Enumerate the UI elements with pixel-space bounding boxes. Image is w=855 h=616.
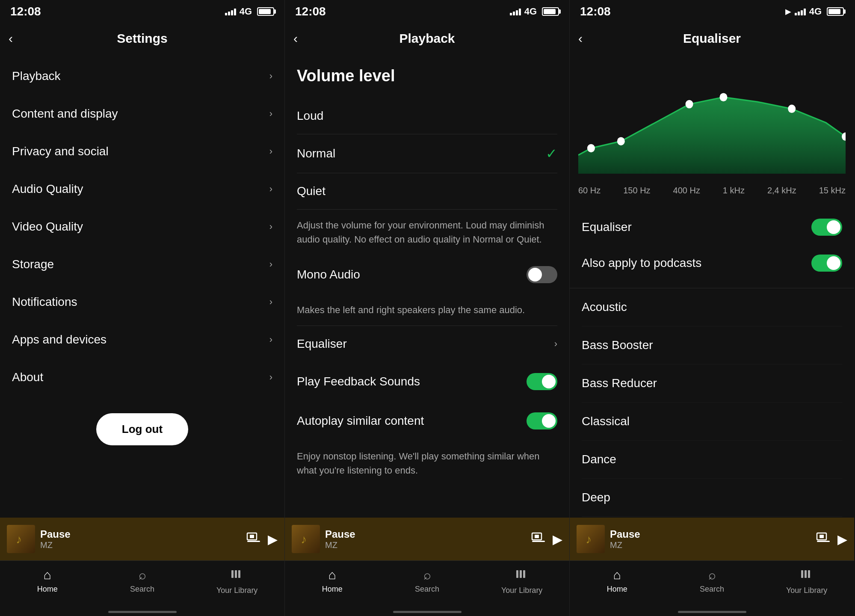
podcasts-toggle[interactable] bbox=[811, 255, 842, 272]
nav-home-2[interactable]: ⌂ Home bbox=[285, 566, 380, 594]
nav-search-1[interactable]: ⌕ Search bbox=[95, 566, 190, 594]
now-playing-3[interactable]: ♪ Pause MZ ▶ bbox=[570, 518, 854, 560]
status-bar-settings: 12:08 4G bbox=[0, 0, 284, 23]
signal-icon-3 bbox=[795, 8, 806, 15]
settings-item-about[interactable]: About › bbox=[0, 358, 284, 396]
preset-classical[interactable]: Classical bbox=[582, 403, 842, 441]
toggle-knob-feedback bbox=[542, 375, 556, 388]
play-feedback-toggle[interactable] bbox=[527, 373, 557, 390]
toggle-knob-autoplay bbox=[542, 414, 556, 428]
settings-item-video[interactable]: Video Quality › bbox=[0, 208, 284, 246]
cast-icon-1[interactable] bbox=[246, 530, 261, 548]
volume-description: Adjust the volume for your environment. … bbox=[297, 218, 557, 246]
preset-dance[interactable]: Dance bbox=[582, 441, 842, 479]
nav-search-2[interactable]: ⌕ Search bbox=[380, 566, 475, 594]
freq-label-150hz: 150 Hz bbox=[623, 186, 650, 195]
freq-label-1khz: 1 kHz bbox=[723, 186, 745, 195]
eq-point-400hz[interactable] bbox=[686, 100, 693, 109]
preset-bass-reducer[interactable]: Bass Reducer bbox=[582, 364, 842, 403]
svg-rect-17 bbox=[817, 541, 830, 542]
svg-text:♪: ♪ bbox=[301, 533, 307, 546]
svg-rect-9 bbox=[535, 535, 539, 538]
cast-device-icon-1 bbox=[246, 530, 261, 545]
playback-controls-1: ▶ bbox=[246, 530, 278, 548]
eq-point-150hz[interactable] bbox=[617, 137, 625, 145]
play-button-2[interactable]: ▶ bbox=[553, 532, 562, 547]
library-bars-icon-1 bbox=[231, 568, 243, 580]
play-button-3[interactable]: ▶ bbox=[837, 532, 847, 547]
home-indicator-1 bbox=[0, 607, 284, 616]
cast-icon-3[interactable] bbox=[816, 530, 831, 548]
play-button-1[interactable]: ▶ bbox=[268, 532, 278, 547]
bottom-nav-1: ⌂ Home ⌕ Search Your Library bbox=[0, 560, 284, 607]
mono-description: Makes the left and right speakers play t… bbox=[297, 303, 557, 317]
nav-library-2[interactable]: Your Library bbox=[474, 566, 569, 595]
back-button-settings[interactable]: ‹ bbox=[9, 31, 13, 46]
settings-item-audio[interactable]: Audio Quality › bbox=[0, 170, 284, 208]
settings-item-content[interactable]: Content and display › bbox=[0, 95, 284, 133]
preset-bass-booster[interactable]: Bass Booster bbox=[582, 326, 842, 364]
page-title-eq: Equaliser bbox=[683, 31, 741, 46]
network-label-1: 4G bbox=[240, 6, 252, 17]
autoplay-row: Autoplay similar content bbox=[297, 401, 557, 441]
back-button-playback[interactable]: ‹ bbox=[293, 31, 298, 46]
status-time-2: 12:08 bbox=[295, 5, 326, 18]
eq-point-60hz[interactable] bbox=[587, 144, 595, 153]
svg-rect-5 bbox=[235, 570, 237, 578]
now-playing-2[interactable]: ♪ Pause MZ ▶ bbox=[285, 518, 569, 560]
playback-content: Volume level Loud Normal ✓ Quiet Adjust … bbox=[285, 54, 569, 518]
equaliser-nav-row[interactable]: Equaliser › bbox=[297, 326, 557, 362]
preset-deep[interactable]: Deep bbox=[582, 479, 842, 517]
chevron-icon-storage: › bbox=[269, 259, 272, 270]
status-icons-2: 4G bbox=[510, 6, 559, 17]
network-label-2: 4G bbox=[524, 6, 537, 17]
back-button-eq[interactable]: ‹ bbox=[578, 31, 583, 46]
mono-audio-toggle[interactable] bbox=[527, 266, 557, 283]
settings-item-apps[interactable]: Apps and devices › bbox=[0, 321, 284, 358]
eq-content: 60 Hz 150 Hz 400 Hz 1 kHz 2,4 kHz 15 kHz… bbox=[570, 54, 854, 518]
cast-icon-2[interactable] bbox=[531, 530, 546, 548]
freq-label-400hz: 400 Hz bbox=[673, 186, 700, 195]
battery-icon-3 bbox=[827, 7, 844, 16]
nav-library-3[interactable]: Your Library bbox=[759, 566, 854, 595]
autoplay-toggle[interactable] bbox=[527, 412, 557, 429]
track-title-1: Pause bbox=[40, 528, 241, 540]
svg-rect-10 bbox=[532, 541, 545, 542]
search-icon-2: ⌕ bbox=[423, 568, 431, 582]
logout-button[interactable]: Log out bbox=[96, 413, 188, 445]
settings-item-notifications[interactable]: Notifications › bbox=[0, 283, 284, 321]
settings-item-privacy[interactable]: Privacy and social › bbox=[0, 133, 284, 170]
album-art-1: ♪ bbox=[7, 525, 35, 553]
nav-library-1[interactable]: Your Library bbox=[189, 566, 284, 595]
settings-item-playback[interactable]: Playback › bbox=[0, 57, 284, 95]
battery-icon-1 bbox=[257, 7, 274, 16]
nav-search-3[interactable]: ⌕ Search bbox=[665, 566, 760, 594]
eq-toggle-podcasts: Also apply to podcasts bbox=[582, 245, 842, 281]
eq-point-1khz[interactable] bbox=[719, 93, 727, 102]
freq-label-15khz: 15 kHz bbox=[819, 186, 846, 195]
volume-option-normal[interactable]: Normal ✓ bbox=[297, 134, 557, 173]
volume-option-loud[interactable]: Loud bbox=[297, 98, 557, 134]
search-icon-3: ⌕ bbox=[708, 568, 716, 582]
now-playing-1[interactable]: ♪ Pause MZ ▶ bbox=[0, 518, 284, 560]
volume-option-quiet[interactable]: Quiet bbox=[297, 173, 557, 210]
nav-home-3[interactable]: ⌂ Home bbox=[570, 566, 665, 594]
library-icon-1 bbox=[231, 568, 243, 583]
page-title-playback: Playback bbox=[399, 31, 455, 46]
album-art-3: ♪ bbox=[577, 525, 605, 553]
music-note-icon-2: ♪ bbox=[297, 530, 314, 548]
settings-item-storage[interactable]: Storage › bbox=[0, 246, 284, 283]
equaliser-toggle[interactable] bbox=[811, 219, 842, 236]
chevron-icon-video: › bbox=[269, 221, 272, 232]
preset-acoustic[interactable]: Acoustic bbox=[582, 288, 842, 326]
nav-home-1[interactable]: ⌂ Home bbox=[0, 566, 95, 594]
nav-header-settings: ‹ Settings bbox=[0, 23, 284, 54]
toggle-knob-eq bbox=[827, 220, 840, 234]
library-icon-3 bbox=[800, 568, 813, 583]
chevron-icon-eq: › bbox=[554, 338, 557, 349]
now-playing-info-3: Pause MZ bbox=[610, 528, 811, 550]
svg-rect-6 bbox=[238, 570, 240, 578]
track-title-3: Pause bbox=[610, 528, 811, 540]
eq-point-2_4khz[interactable] bbox=[788, 105, 796, 113]
nav-header-eq: ‹ Equaliser bbox=[570, 23, 854, 54]
